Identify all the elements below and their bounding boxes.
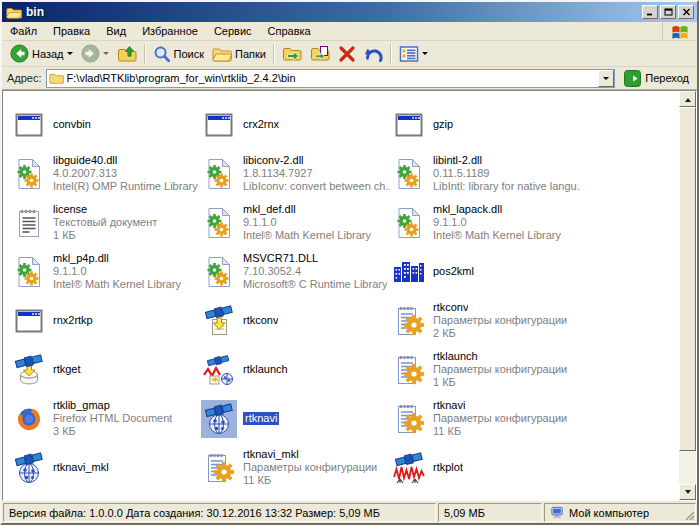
file-item[interactable]: libguide40.dll4.0.2007.313Intel(R) OMP R… <box>10 149 200 198</box>
address-input[interactable]: F:\vlad\RTKlib\program_for_win\rtklib_2.… <box>46 69 616 88</box>
sat-get-icon <box>11 351 47 389</box>
file-item[interactable]: rnx2rtkp <box>10 296 200 345</box>
move-to-icon <box>282 45 302 62</box>
file-item[interactable]: rtklaunchПараметры конфигурации1 КБ <box>390 345 580 394</box>
file-name: gzip <box>433 118 453 131</box>
file-detail: Параметры конфигурации <box>433 363 567 376</box>
up-button[interactable] <box>113 42 141 66</box>
file-item[interactable]: crx2rnx <box>200 100 390 149</box>
minimize-button[interactable] <box>642 5 658 19</box>
file-item[interactable]: rtklib_gmapFirefox HTML Document3 КБ <box>10 394 200 443</box>
menu-item[interactable]: Файл <box>2 25 45 37</box>
file-name: rtkconv <box>433 301 468 314</box>
file-text: rtknavi_mkl <box>53 461 109 474</box>
my-computer-icon <box>550 505 565 520</box>
menu-item[interactable]: Правка <box>45 25 98 37</box>
chevron-down-icon <box>422 52 428 58</box>
views-icon <box>399 45 419 63</box>
file-item[interactable]: rtknavi <box>200 394 390 443</box>
windows-logo-icon <box>662 22 697 40</box>
file-item[interactable]: rtkconvПараметры конфигурации2 КБ <box>390 296 580 345</box>
file-name: rtklaunch <box>433 350 478 363</box>
file-name: rtklib_gmap <box>53 399 110 412</box>
vertical-scrollbar[interactable] <box>679 91 696 500</box>
file-detail: Intel® Math Kernel Library <box>53 278 181 291</box>
menu-item[interactable]: Вид <box>98 25 134 37</box>
file-item[interactable]: MSVCR71.DLL7.10.3052.4Microsoft® C Runti… <box>200 247 390 296</box>
toolbar-separator <box>144 44 146 64</box>
forward-button[interactable] <box>77 42 113 66</box>
file-item[interactable]: licenseТекстовый документ1 КБ <box>10 198 200 247</box>
file-item[interactable]: convbin <box>10 100 200 149</box>
search-button[interactable]: Поиск <box>149 42 208 66</box>
file-grid: convbincrx2rnxgziplibguide40.dll4.0.2007… <box>3 91 679 500</box>
file-name: rtknavi_mkl <box>53 461 109 474</box>
up-folder-icon <box>117 45 137 63</box>
folder-icon <box>49 72 64 84</box>
menu-item[interactable]: Избранное <box>134 25 206 37</box>
chevron-down-icon <box>67 52 73 58</box>
blank-file-icon <box>391 498 427 501</box>
file-text: rtknaviПараметры конфигурации11 КБ <box>433 399 567 438</box>
address-value: F:\vlad\RTKlib\program_for_win\rtklib_2.… <box>67 72 599 84</box>
dll-icon <box>11 155 47 193</box>
sat-launch-icon <box>201 351 237 389</box>
file-name: mkl_p4p.dll <box>53 252 109 265</box>
file-name: crx2rnx <box>243 118 279 131</box>
maximize-button[interactable] <box>660 5 676 19</box>
app-window-icon <box>11 106 47 144</box>
sat-navi-icon <box>11 449 47 487</box>
file-detail: Firefox HTML Document <box>53 412 172 425</box>
undo-button[interactable] <box>360 42 387 66</box>
file-detail: 11 КБ <box>433 425 567 438</box>
file-detail: 1.8.1134.7927 <box>243 167 390 180</box>
move-to-button[interactable] <box>278 42 306 66</box>
file-item[interactable]: rtknavi_mkl <box>10 443 200 492</box>
file-item[interactable]: rtklaunch <box>200 345 390 394</box>
file-item[interactable]: rtkplot <box>10 492 200 500</box>
folder-icon <box>6 6 22 19</box>
file-item[interactable]: rtkget <box>10 345 200 394</box>
go-button[interactable]: Переход <box>619 67 694 89</box>
menu-bar: ФайлПравкаВидИзбранноеСервисСправка <box>2 22 697 41</box>
toolbar: Назад Поиск Папки <box>2 41 697 67</box>
config-icon <box>201 449 237 487</box>
address-dropdown-button[interactable] <box>598 70 614 87</box>
app-window-icon <box>201 106 237 144</box>
file-item[interactable]: rtkplot <box>390 443 580 492</box>
file-item[interactable]: mkl_lapack.dll9.1.1.0Intel® Math Kernel … <box>390 198 580 247</box>
file-item[interactable]: mkl_p4p.dll9.1.1.0Intel® Math Kernel Lib… <box>10 247 200 296</box>
file-detail: Параметры конфигурации <box>433 314 567 327</box>
scroll-down-button[interactable] <box>679 484 696 500</box>
dll-icon <box>201 155 237 193</box>
file-name: license <box>53 203 87 216</box>
file-item[interactable]: gzip <box>390 100 580 149</box>
menu-item[interactable]: Сервис <box>206 25 260 37</box>
file-item[interactable]: rtkplot_ge <box>200 492 390 500</box>
file-item[interactable]: rtknaviПараметры конфигурации11 КБ <box>390 394 580 443</box>
menu-item[interactable]: Справка <box>260 25 319 37</box>
file-item[interactable]: libiconv-2.dll1.8.1134.7927LibIconv: con… <box>200 149 390 198</box>
file-text: libiconv-2.dll1.8.1134.7927LibIconv: con… <box>243 154 390 193</box>
back-button[interactable]: Назад <box>6 42 77 66</box>
address-label: Адрес: <box>5 72 42 84</box>
blank-file-icon <box>201 498 237 501</box>
file-name: rtknavi <box>433 399 465 412</box>
file-item[interactable]: rtknavi_mklПараметры конфигурации11 КБ <box>200 443 390 492</box>
scrollbar-thumb[interactable] <box>679 107 696 451</box>
resize-grip[interactable] <box>683 509 695 521</box>
file-item[interactable]: rtkplot_gm <box>390 492 580 500</box>
file-item[interactable]: pos2kml <box>390 247 580 296</box>
delete-button[interactable] <box>334 42 360 66</box>
close-button[interactable] <box>678 5 694 19</box>
status-bar: Версия файла: 1.0.0.0 Дата создания: 30.… <box>2 501 697 523</box>
file-name: rtkplot <box>433 461 463 474</box>
file-item[interactable]: mkl_def.dll9.1.1.0Intel® Math Kernel Lib… <box>200 198 390 247</box>
file-detail: 1 КБ <box>53 229 157 242</box>
folders-button[interactable]: Папки <box>208 42 270 66</box>
scroll-up-button[interactable] <box>679 91 696 107</box>
views-button[interactable] <box>395 42 432 66</box>
file-item[interactable]: rtkconv <box>200 296 390 345</box>
file-item[interactable]: libintl-2.dll0.11.5.1189LibIntl: library… <box>390 149 580 198</box>
copy-to-button[interactable] <box>306 42 334 66</box>
